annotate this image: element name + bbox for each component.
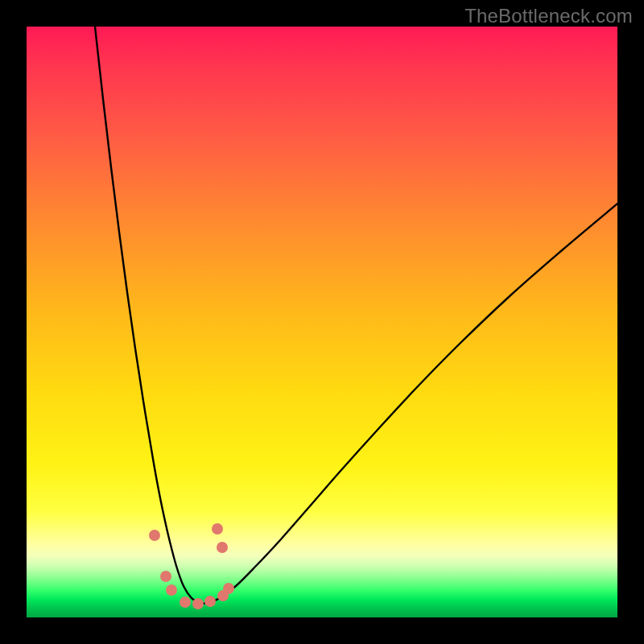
background-gradient (27, 27, 617, 617)
chart-frame: TheBottleneck.com (0, 0, 644, 644)
watermark-text: TheBottleneck.com (464, 5, 633, 27)
plot-area (27, 27, 617, 617)
